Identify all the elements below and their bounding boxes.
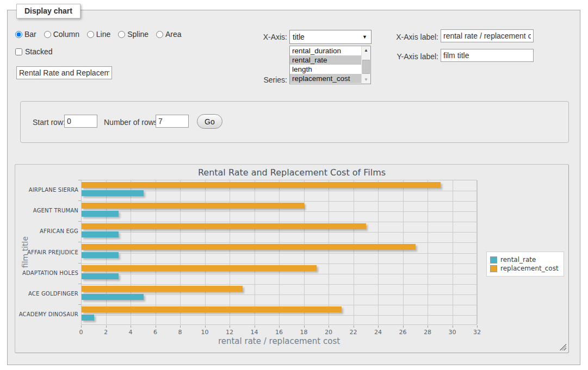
x-tick-mark [428, 325, 428, 328]
x-tick-mark [453, 325, 453, 328]
gridline [180, 180, 181, 324]
y-tick-mark [78, 242, 81, 242]
series-list-scrollbar[interactable]: ▲ ▼ [361, 46, 370, 84]
stacked-checkbox[interactable] [15, 48, 22, 55]
x-tick-mark [106, 325, 107, 328]
resize-grip-icon[interactable] [560, 344, 566, 350]
number-of-rows-input[interactable] [156, 115, 189, 128]
chart-title-input[interactable] [16, 66, 112, 79]
series-option-length[interactable]: length [290, 65, 370, 74]
bar-replacement_cost [82, 286, 243, 292]
gridline [354, 180, 354, 324]
y-tick-mark [78, 263, 81, 264]
y-tick-mark [78, 180, 81, 180]
x-axis-select-label: X-Axis: [256, 33, 287, 41]
bar-rental_rate [82, 211, 119, 217]
y-tick-mark [78, 221, 81, 222]
chart-plot-area [81, 180, 477, 325]
bar-replacement_cost [82, 203, 304, 209]
x-tick-label: 12 [222, 329, 237, 336]
rental-rate-swatch-icon [490, 256, 497, 264]
category-label: AIRPLANE SIERRA [18, 187, 78, 193]
y-tick-mark [78, 304, 81, 305]
gridline [82, 201, 476, 202]
gridline [82, 305, 476, 305]
gridline [453, 180, 453, 324]
series-option-rental-duration[interactable]: rental_duration [290, 46, 370, 55]
x-tick-label: 32 [470, 329, 484, 336]
series-option-rental-rate[interactable]: rental_rate [290, 55, 370, 65]
gridline [82, 284, 476, 285]
radio-option-spline[interactable]: Spline [118, 30, 148, 39]
go-button[interactable]: Go [197, 114, 222, 129]
gridline [82, 274, 476, 274]
start-row-input[interactable] [64, 115, 97, 128]
x-tick-label: 10 [198, 329, 212, 336]
series-option-replacement-cost[interactable]: replacement_cost [290, 74, 370, 83]
x-tick-label: 14 [247, 329, 262, 336]
gridline [378, 180, 379, 324]
x-tick-mark [81, 325, 82, 328]
scroll-down-icon[interactable]: ▼ [362, 76, 370, 84]
x-tick-label: 20 [321, 329, 336, 336]
gridline [82, 222, 476, 222]
scroll-up-icon[interactable]: ▲ [362, 46, 370, 54]
gridline [304, 180, 305, 324]
y-tick-mark [78, 284, 81, 284]
category-label: ACE GOLDFINGER [18, 291, 78, 297]
category-label: ADAPTATION HOLES [18, 270, 78, 276]
chart-type-radio-group: Bar Column Line Spline Area [15, 30, 187, 39]
x-tick-mark [304, 325, 305, 328]
x-tick-mark [403, 325, 404, 328]
x-tick-label: 8 [173, 329, 187, 336]
legend-label: replacement_cost [500, 265, 559, 272]
gridline [230, 180, 230, 324]
bar-replacement_cost [82, 223, 366, 229]
x-tick-mark [205, 325, 206, 328]
radio-spline[interactable] [118, 31, 125, 38]
scrollbar-thumb[interactable] [362, 60, 370, 74]
bar-rental_rate [82, 231, 119, 237]
gridline [205, 180, 206, 324]
x-tick-mark [255, 325, 255, 328]
legend-row: replacement_cost [490, 265, 559, 272]
stacked-checkbox-row: Stacked [15, 47, 53, 56]
radio-area[interactable] [156, 31, 163, 38]
y-axis-label-caption: Y-Axis label: [388, 52, 438, 61]
radio-option-bar[interactable]: Bar [15, 30, 36, 39]
x-tick-mark [477, 325, 478, 328]
category-label: ACADEMY DINOSAUR [18, 311, 78, 317]
bar-replacement_cost [82, 306, 342, 312]
x-axis-label-input[interactable] [441, 29, 534, 42]
x-tick-label: 26 [396, 329, 410, 336]
gridline [279, 180, 280, 324]
radio-line[interactable] [87, 31, 94, 38]
gridline [156, 180, 156, 324]
radio-option-column[interactable]: Column [44, 30, 79, 39]
series-multiselect[interactable]: rental_duration rental_rate length repla… [289, 46, 371, 84]
gridline [255, 180, 255, 324]
x-tick-label: 16 [272, 329, 286, 336]
x-axis-select[interactable]: title ▼ [289, 30, 372, 44]
radio-option-area[interactable]: Area [156, 30, 182, 39]
x-tick-label: 28 [420, 329, 435, 336]
chevron-down-icon: ▼ [362, 34, 367, 40]
chart-x-axis-title: rental rate / replacement cost [81, 336, 477, 346]
radio-option-line[interactable]: Line [87, 30, 110, 39]
legend-row: rental_rate [490, 256, 559, 264]
gridline [403, 180, 404, 324]
radio-column[interactable] [44, 31, 51, 38]
x-tick-label: 4 [123, 329, 138, 336]
y-axis-label-input[interactable] [441, 49, 534, 62]
legend-label: rental_rate [500, 256, 536, 264]
stacked-option[interactable]: Stacked [15, 47, 53, 56]
bar-rental_rate [82, 294, 144, 300]
radio-bar[interactable] [15, 31, 22, 38]
gridline [428, 180, 428, 324]
x-tick-label: 6 [148, 329, 163, 336]
bar-rental_rate [82, 315, 94, 321]
x-tick-label: 0 [74, 329, 88, 336]
gridline [82, 242, 476, 243]
gridline [82, 315, 476, 316]
rows-form-box [20, 101, 569, 143]
